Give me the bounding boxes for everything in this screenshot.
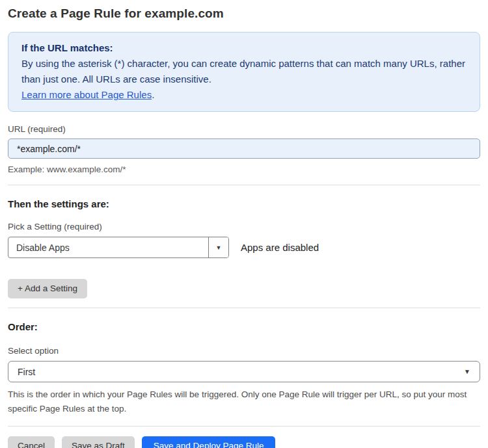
order-select-label: Select option: [8, 346, 480, 356]
url-field-label: URL (required): [8, 124, 480, 134]
page-rule-form: Create a Page Rule for example.com If th…: [0, 0, 488, 448]
url-input[interactable]: [8, 138, 480, 159]
url-example-text: Example: www.example.com/*: [8, 165, 480, 174]
cancel-button[interactable]: Cancel: [8, 436, 55, 448]
order-help-text: This is the order in which your Page Rul…: [8, 388, 476, 417]
add-setting-button[interactable]: + Add a Setting: [8, 279, 87, 298]
page-title: Create a Page Rule for example.com: [8, 7, 480, 21]
setting-status-text: Apps are disabled: [241, 242, 319, 253]
learn-more-link[interactable]: Learn more about Page Rules: [21, 89, 152, 100]
info-box-heading: If the URL matches:: [21, 40, 467, 56]
link-suffix: .: [152, 89, 154, 100]
order-select[interactable]: First ▼: [8, 361, 480, 382]
save-as-draft-button[interactable]: Save as Draft: [62, 436, 135, 448]
chevron-down-icon: ▼: [464, 368, 470, 375]
order-select-value: First: [18, 367, 35, 377]
info-box-body: By using the asterisk (*) character, you…: [21, 56, 467, 87]
url-match-info-box: If the URL matches: By using the asteris…: [8, 32, 480, 112]
section-divider: [8, 308, 480, 308]
form-actions: Cancel Save as Draft Save and Deploy Pag…: [8, 436, 480, 448]
setting-dropdown[interactable]: Disable Apps ▼: [8, 237, 229, 258]
chevron-down-icon[interactable]: ▼: [208, 237, 228, 257]
save-and-deploy-button[interactable]: Save and Deploy Page Rule: [142, 436, 276, 448]
order-section-heading: Order:: [8, 321, 480, 332]
settings-section-heading: Then the settings are:: [8, 198, 480, 209]
info-box-link-line: Learn more about Page Rules.: [21, 87, 467, 103]
setting-row: Disable Apps ▼ Apps are disabled: [8, 237, 480, 258]
section-divider: [8, 426, 480, 427]
section-divider: [8, 185, 480, 185]
pick-setting-label: Pick a Setting (required): [8, 222, 480, 231]
setting-dropdown-value: Disable Apps: [8, 237, 208, 257]
